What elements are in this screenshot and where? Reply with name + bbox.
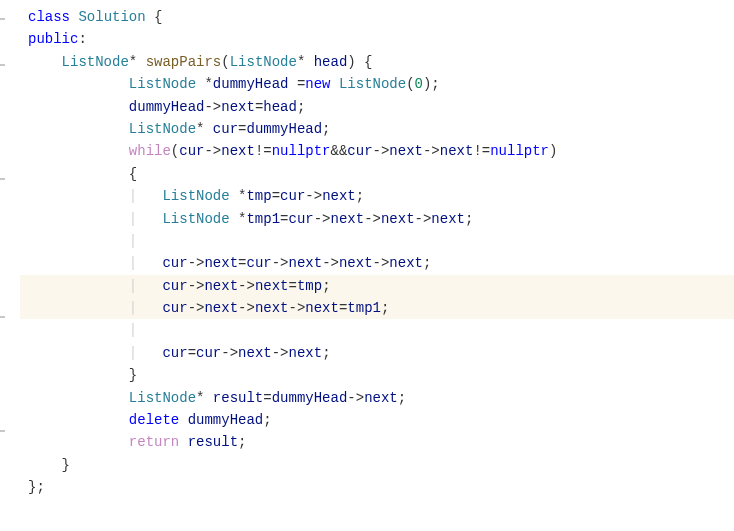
token: ->	[238, 300, 255, 316]
code-line[interactable]: }	[20, 364, 734, 386]
code-line[interactable]: return result;	[20, 431, 734, 453]
token: cur	[288, 211, 313, 227]
token: ListNode	[339, 76, 406, 92]
code-line[interactable]: | ListNode *tmp1=cur->next->next->next;	[20, 208, 734, 230]
token: ListNode	[162, 188, 229, 204]
token: }	[129, 367, 137, 383]
token: ;	[398, 390, 406, 406]
token: =	[263, 390, 271, 406]
token: ->	[221, 345, 238, 361]
token: next	[255, 300, 289, 316]
token: next	[339, 255, 373, 271]
token: tmp1	[347, 300, 381, 316]
token: head	[263, 99, 297, 115]
token: result	[188, 434, 238, 450]
token: *	[196, 390, 213, 406]
token: ListNode	[129, 390, 196, 406]
token: next	[389, 255, 423, 271]
gutter	[0, 0, 3, 505]
token: ->	[289, 300, 306, 316]
token: =	[188, 345, 196, 361]
token: nullptr	[272, 143, 331, 159]
token: tmp1	[246, 211, 280, 227]
token: !=	[473, 143, 490, 159]
code-line[interactable]: delete dummyHead;	[20, 409, 734, 431]
token: (	[406, 76, 414, 92]
token: next	[381, 211, 415, 227]
token: =	[289, 278, 297, 294]
token: dummyHead	[272, 390, 348, 406]
token: next	[289, 345, 323, 361]
code-line[interactable]: | ListNode *tmp=cur->next;	[20, 185, 734, 207]
token: result	[213, 390, 263, 406]
token: cur	[347, 143, 372, 159]
token: ->	[373, 143, 390, 159]
token: next	[440, 143, 474, 159]
token: ->	[322, 255, 339, 271]
token: ->	[188, 255, 205, 271]
token: nullptr	[490, 143, 549, 159]
token: dummyHead	[129, 99, 205, 115]
token: ->	[272, 345, 289, 361]
code-line[interactable]: public:	[20, 28, 734, 50]
code-line[interactable]: class Solution {	[20, 6, 734, 28]
token: dummyHead	[213, 76, 289, 92]
token	[331, 76, 339, 92]
code-line[interactable]: | cur->next->next=tmp;	[20, 275, 734, 297]
token: )	[549, 143, 557, 159]
token: swapPairs	[146, 54, 222, 70]
token: next	[238, 345, 272, 361]
token: ->	[364, 211, 381, 227]
token: tmp	[297, 278, 322, 294]
token: ->	[305, 188, 322, 204]
code-body[interactable]: class Solution {public: ListNode* swapPa…	[20, 6, 734, 499]
token: {	[146, 9, 163, 25]
token: cur	[162, 300, 187, 316]
token: next	[389, 143, 423, 159]
token: ListNode	[162, 211, 229, 227]
token: ;	[465, 211, 473, 227]
token: ->	[204, 143, 221, 159]
code-line[interactable]: }	[20, 454, 734, 476]
token: ->	[188, 278, 205, 294]
code-editor: class Solution {public: ListNode* swapPa…	[0, 0, 734, 505]
code-line[interactable]: ListNode* swapPairs(ListNode* head) {	[20, 51, 734, 73]
token: cur	[246, 255, 271, 271]
token: next	[322, 188, 356, 204]
token	[288, 76, 296, 92]
code-line[interactable]: while(cur->next!=nullptr&&cur->next->nex…	[20, 140, 734, 162]
token: };	[28, 479, 45, 495]
token: ->	[238, 278, 255, 294]
token: ;	[322, 121, 330, 137]
token: dummyHead	[188, 412, 264, 428]
token: dummyHead	[246, 121, 322, 137]
token: ListNode	[62, 54, 129, 70]
token: next	[255, 278, 289, 294]
token: ->	[204, 99, 221, 115]
code-line[interactable]: | cur=cur->next->next;	[20, 342, 734, 364]
code-line[interactable]: | cur->next=cur->next->next->next;	[20, 252, 734, 274]
token: ->	[347, 390, 364, 406]
token: next	[364, 390, 398, 406]
code-line[interactable]: ListNode* cur=dummyHead;	[20, 118, 734, 140]
token: );	[423, 76, 440, 92]
code-line[interactable]: ListNode* result=dummyHead->next;	[20, 387, 734, 409]
token: ;	[423, 255, 431, 271]
code-line[interactable]: ListNode *dummyHead =new ListNode(0);	[20, 73, 734, 95]
code-line[interactable]: |	[20, 230, 734, 252]
code-line[interactable]: |	[20, 319, 734, 341]
token: delete	[129, 412, 179, 428]
token: ->	[373, 255, 390, 271]
token: (	[221, 54, 229, 70]
token: *	[297, 54, 314, 70]
code-line[interactable]: dummyHead->next=head;	[20, 96, 734, 118]
token: new	[305, 76, 330, 92]
token: next	[289, 255, 323, 271]
token: cur	[179, 143, 204, 159]
code-line[interactable]: | cur->next->next->next=tmp1;	[20, 297, 734, 319]
token: next	[221, 99, 255, 115]
code-line[interactable]: {	[20, 163, 734, 185]
token: next	[305, 300, 339, 316]
code-line[interactable]: };	[20, 476, 734, 498]
token: next	[221, 143, 255, 159]
